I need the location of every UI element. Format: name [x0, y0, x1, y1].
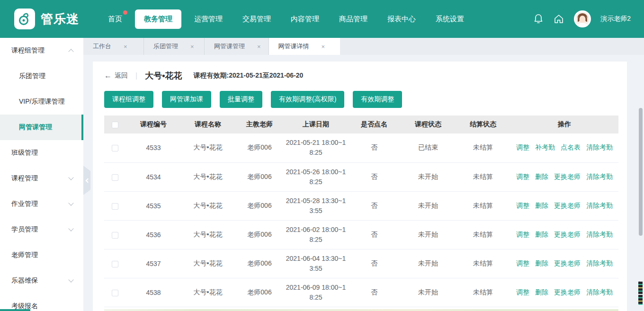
sidebar-item-网管课管理[interactable]: 网管课管理: [0, 115, 83, 140]
date-cell: 2021-06-04 13:30~13:55: [284, 249, 348, 278]
row-checkbox[interactable]: [112, 174, 118, 181]
sidebar-item-label: 作业管理: [11, 200, 38, 208]
sidebar-item-考级报名[interactable]: 考级报名: [0, 293, 83, 311]
op-link-更换老师[interactable]: 更换老师: [554, 231, 581, 238]
course-validity: 课程有效期:2021-05-21至2021-06-20: [193, 71, 303, 80]
vertical-scrollbar-thumb[interactable]: [639, 108, 643, 236]
sidebar-item-班级管理[interactable]: 班级管理: [0, 140, 83, 166]
op-link-清除考勤[interactable]: 清除考勤: [586, 143, 613, 151]
action-button-有效期调整(高权限)[interactable]: 有效期调整(高权限): [271, 91, 344, 108]
column-header-课程名称: 课程名称: [181, 116, 235, 133]
detail-header: ← 返回 | 大号•花花 课程有效期:2021-05-21至2021-06-20: [104, 70, 618, 81]
course-name-cell: 大号•花花: [181, 162, 235, 191]
op-link-删除[interactable]: 删除: [535, 173, 548, 180]
sidebar-item-label: 学员管理: [11, 225, 38, 234]
status-cell: 未开始: [401, 162, 456, 191]
row-checkbox[interactable]: [112, 261, 118, 267]
divider: |: [135, 71, 137, 80]
sidebar-item-VIP/乐理课管理[interactable]: VIP/乐理课管理: [0, 89, 83, 115]
op-link-删除[interactable]: 删除: [535, 259, 548, 267]
sidebar-item-学员管理[interactable]: 学员管理: [0, 217, 83, 242]
column-header-课程编号: 课程编号: [126, 116, 181, 133]
op-link-更换老师[interactable]: 更换老师: [554, 288, 581, 296]
rollcall-cell: 否: [348, 220, 401, 249]
action-button-网管课加课[interactable]: 网管课加课: [162, 91, 211, 108]
nav-item-商品管理[interactable]: 商品管理: [329, 9, 377, 29]
table-row: 4535大号•花花老师0062021-05-28 13:30~13:55否未开始…: [104, 191, 618, 220]
op-link-删除[interactable]: 删除: [535, 202, 548, 209]
op-link-清除考勤[interactable]: 清除考勤: [586, 173, 613, 180]
op-link-调整[interactable]: 调整: [516, 143, 529, 151]
back-button[interactable]: ← 返回: [104, 71, 128, 80]
action-button-课程组调整[interactable]: 课程组调整: [104, 91, 153, 108]
user-avatar[interactable]: [574, 10, 591, 27]
course-name-cell: 大号•花花: [181, 278, 235, 307]
nav-item-交易管理[interactable]: 交易管理: [233, 9, 281, 29]
sidebar-item-课程管理[interactable]: 课程管理: [0, 166, 83, 191]
row-checkbox[interactable]: [112, 203, 118, 210]
op-link-清除考勤[interactable]: 清除考勤: [586, 231, 613, 238]
select-all-checkbox[interactable]: [112, 122, 118, 128]
content-card: ← 返回 | 大号•花花 课程有效期:2021-05-21至2021-06-20…: [93, 62, 627, 311]
floating-widget[interactable]: [637, 278, 644, 308]
date-text: 2021-06-02 18:00~18:25: [286, 225, 346, 245]
date-cell: 2021-06-09 18:00~18:25: [284, 278, 348, 307]
close-icon[interactable]: ×: [257, 43, 261, 50]
close-icon[interactable]: ×: [190, 43, 194, 50]
sidebar-item-乐器维保[interactable]: 乐器维保: [0, 268, 83, 293]
op-link-清除考勤[interactable]: 清除考勤: [586, 259, 613, 267]
nav-item-教务管理[interactable]: 教务管理: [135, 9, 181, 29]
action-button-有效期调整[interactable]: 有效期调整: [353, 91, 402, 108]
row-checkbox[interactable]: [112, 145, 118, 151]
tab-网管课管理[interactable]: 网管课管理×: [205, 38, 269, 55]
app-header: 管乐迷 首页教务管理运营管理交易管理内容管理商品管理报表中心系统设置: [0, 0, 644, 38]
row-checkbox[interactable]: [112, 290, 118, 296]
op-link-调整[interactable]: 调整: [516, 202, 529, 209]
op-link-补考勤[interactable]: 补考勤: [535, 143, 555, 151]
op-link-更换老师[interactable]: 更换老师: [554, 173, 581, 180]
row-select-cell: [104, 220, 126, 249]
op-link-删除[interactable]: 删除: [535, 231, 548, 238]
nav-item-报表中心[interactable]: 报表中心: [377, 9, 426, 29]
home-icon[interactable]: [553, 13, 564, 25]
sidebar-item-作业管理[interactable]: 作业管理: [0, 191, 83, 217]
row-checkbox[interactable]: [112, 232, 118, 239]
op-link-更换老师[interactable]: 更换老师: [554, 202, 581, 209]
date-cell: 2021-05-21 18:00~18:25: [284, 133, 348, 162]
op-link-删除[interactable]: 删除: [535, 288, 548, 296]
op-link-清除考勤[interactable]: 清除考勤: [586, 288, 613, 296]
tab-工作台[interactable]: 工作台×: [83, 38, 144, 55]
nav-item-系统设置[interactable]: 系统设置: [426, 9, 474, 29]
op-link-调整[interactable]: 调整: [516, 288, 529, 296]
status-cell: 未开始: [401, 191, 456, 220]
course-name-cell: 大号•花花: [181, 220, 235, 249]
op-link-清除考勤[interactable]: 清除考勤: [586, 202, 613, 209]
nav-item-首页[interactable]: 首页: [98, 9, 132, 29]
teacher-cell: 老师006: [235, 191, 284, 220]
op-link-调整[interactable]: 调整: [516, 173, 529, 180]
tab-乐团管理[interactable]: 乐团管理×: [144, 38, 205, 55]
op-link-调整[interactable]: 调整: [516, 231, 529, 238]
op-link-更换老师[interactable]: 更换老师: [554, 259, 581, 267]
table-header: 课程编号课程名称主教老师上课日期是否点名课程状态结算状态操作: [104, 116, 618, 133]
ops-cell: 调整删除更换老师清除考勤: [510, 249, 618, 278]
nav-item-label: 运营管理: [194, 15, 223, 23]
nav-item-运营管理[interactable]: 运营管理: [184, 9, 233, 29]
nav-item-内容管理[interactable]: 内容管理: [281, 9, 329, 29]
sidebar-item-课程组管理[interactable]: 课程组管理: [0, 38, 83, 63]
tab-label: 网管课详情: [278, 42, 309, 51]
close-icon[interactable]: ×: [322, 43, 325, 50]
brand-logo[interactable]: 管乐迷: [14, 9, 79, 29]
op-link-调整[interactable]: 调整: [516, 259, 529, 267]
bell-icon[interactable]: [533, 13, 544, 25]
nav-item-label: 教务管理: [144, 15, 172, 23]
user-name[interactable]: 演示老师2: [600, 15, 631, 23]
teacher-cell: 老师006: [235, 162, 284, 191]
action-button-批量调整[interactable]: 批量调整: [220, 91, 262, 108]
status-cell: 未开始: [401, 249, 456, 278]
sidebar-item-乐团管理[interactable]: 乐团管理: [0, 63, 83, 89]
sidebar-item-老师管理[interactable]: 老师管理: [0, 242, 83, 268]
tab-网管课详情[interactable]: 网管课详情×: [269, 38, 340, 55]
op-link-点名表[interactable]: 点名表: [561, 143, 581, 151]
close-icon[interactable]: ×: [124, 43, 127, 50]
